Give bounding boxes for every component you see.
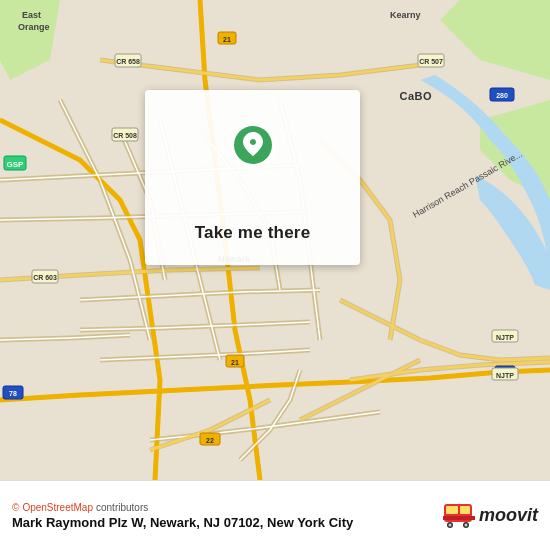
svg-rect-37	[460, 506, 470, 514]
pin-outer-ring	[228, 120, 278, 170]
svg-text:21: 21	[223, 36, 231, 43]
map-pin	[228, 120, 278, 170]
map-container: GSP 21 21 78 78 280 CR 658 CR 507 CR 508…	[0, 0, 550, 480]
svg-text:CR 658: CR 658	[116, 58, 140, 65]
cabo-label: CaBO	[399, 90, 432, 102]
svg-rect-38	[443, 516, 475, 520]
svg-rect-36	[446, 506, 458, 514]
osm-text: OpenStreetMap	[22, 502, 93, 513]
svg-text:280: 280	[496, 92, 508, 99]
svg-text:CR 508: CR 508	[113, 132, 137, 139]
svg-text:Kearny: Kearny	[390, 10, 421, 20]
svg-point-42	[464, 523, 467, 526]
svg-text:Orange: Orange	[18, 22, 50, 32]
svg-text:East: East	[22, 10, 41, 20]
copyright-symbol: ©	[12, 502, 19, 513]
bottom-bar: © OpenStreetMap contributors Mark Raymon…	[0, 480, 550, 550]
svg-text:22: 22	[206, 437, 214, 444]
svg-text:CR 507: CR 507	[419, 58, 443, 65]
svg-text:21: 21	[231, 359, 239, 366]
svg-text:NJTP: NJTP	[496, 372, 514, 379]
osm-credit: © OpenStreetMap contributors	[12, 502, 353, 513]
svg-point-40	[448, 523, 451, 526]
address-text: Mark Raymond Plz W, Newark, NJ 07102, Ne…	[12, 515, 353, 530]
moovit-logo: moovit	[443, 502, 538, 530]
svg-text:NJTP: NJTP	[496, 334, 514, 341]
svg-text:GSP: GSP	[7, 160, 25, 169]
location-pin-icon	[243, 132, 263, 159]
svg-text:78: 78	[9, 390, 17, 397]
take-me-there-button[interactable]: Take me there	[185, 219, 321, 247]
pin-inner-circle	[234, 126, 272, 164]
svg-text:CR 603: CR 603	[33, 274, 57, 281]
moovit-bus-icon	[443, 502, 475, 530]
bottom-left-info: © OpenStreetMap contributors Mark Raymon…	[12, 502, 353, 530]
overlay-card: Take me there	[145, 90, 360, 265]
contributors-text: contributors	[96, 502, 148, 513]
moovit-text: moovit	[479, 505, 538, 526]
